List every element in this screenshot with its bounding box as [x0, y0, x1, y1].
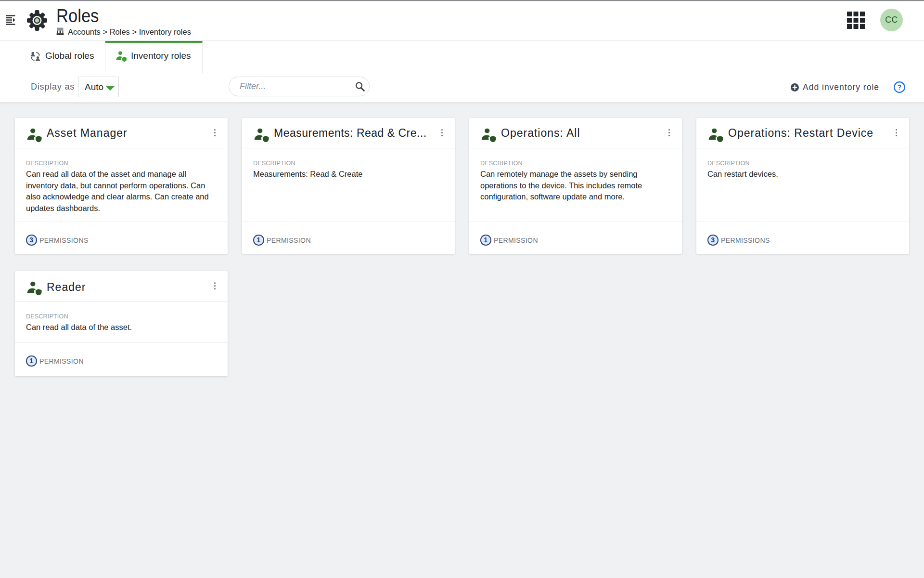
- svg-text:?: ?: [898, 83, 902, 91]
